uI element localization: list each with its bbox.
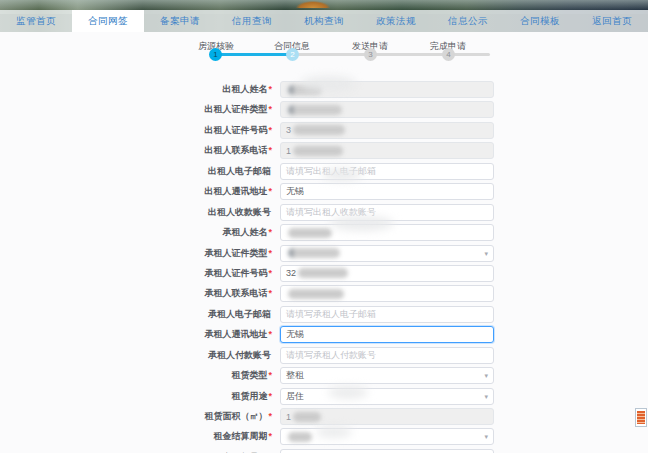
nav-tab-policies[interactable]: 政策法规 <box>360 10 432 32</box>
chevron-down-icon: ▾ <box>484 372 488 379</box>
required-asterisk: * <box>268 125 272 135</box>
contract-info-form: 出租人姓名* 出租人证件类型* 出租人证件号码* 3 出租人联系电话* 1 出租… <box>0 81 648 453</box>
lessor-id-type-input[interactable] <box>280 101 494 118</box>
floating-widget-icon[interactable] <box>635 408 647 427</box>
required-asterisk: * <box>268 248 272 258</box>
form-row: 出租人证件类型* <box>0 101 648 118</box>
tenant-email-input[interactable]: 请填写承租人电子邮箱 <box>280 306 494 323</box>
field-label: 租赁类型* <box>0 369 272 382</box>
field-label: 承租人证件类型* <box>0 247 272 260</box>
field-label: 承租人联系电话* <box>0 287 272 300</box>
field-label: 承租人通讯地址* <box>0 328 272 341</box>
field-label: 出租人姓名* <box>0 83 272 96</box>
rent-settlement-cycle-select[interactable]: ▾ <box>280 428 494 445</box>
lessor-phone-input[interactable]: 1 <box>280 142 494 159</box>
lease-type-select[interactable]: 整租▾ <box>280 367 494 384</box>
form-row: 承租人电子邮箱 请填写承租人电子邮箱 <box>0 306 648 323</box>
form-row: 租赁用途* 居住▾ <box>0 388 648 405</box>
chevron-down-icon: ▾ <box>484 250 488 257</box>
field-label: 承租人付款账号 <box>0 349 272 362</box>
tenant-address-input[interactable]: 无锡 <box>280 326 494 343</box>
step-circle-4: 4 <box>442 48 455 61</box>
floating-widget-stripes <box>637 411 645 424</box>
nav-tab-agency-inquiry[interactable]: 机构查询 <box>288 10 360 32</box>
form-row: 租赁类型* 整租▾ <box>0 367 648 384</box>
field-label: 出租人证件类型* <box>0 103 272 116</box>
nav-tab-public-info[interactable]: 信息公示 <box>432 10 504 32</box>
lessor-name-input[interactable] <box>280 81 494 98</box>
required-asterisk: * <box>268 329 272 339</box>
form-row: 承租人证件号码* 32 <box>0 265 648 282</box>
form-row: 承租人证件类型* ▾ <box>0 245 648 262</box>
redacted-value <box>288 105 342 115</box>
tenant-account-input[interactable]: 请填写承租人付款账号 <box>280 347 494 364</box>
lessor-id-number-input[interactable]: 3 <box>280 122 494 139</box>
rent-monthly-input[interactable] <box>280 449 494 453</box>
required-asterisk: * <box>268 370 272 380</box>
required-asterisk: * <box>268 391 272 401</box>
field-label: 出租人收款账号 <box>0 206 272 219</box>
step-indicator: 房源核验 合同信息 发送申请 完成申请 1 2 3 4 <box>0 36 648 70</box>
nav-tab-contract-online-signing[interactable]: 合同网签 <box>72 10 144 32</box>
step-circle-2: 2 <box>286 48 299 61</box>
redacted-value <box>288 432 312 442</box>
form-row: 出租人收款账号 请填写出租人收款账号 <box>0 204 648 221</box>
field-label: 租金结算周期* <box>0 430 272 443</box>
form-row: 承租人姓名* <box>0 224 648 241</box>
step-connector-active <box>216 53 296 56</box>
tenant-id-number-input[interactable]: 32 <box>280 265 494 282</box>
form-row: 租赁面积（㎡）* 1 <box>0 408 648 425</box>
field-label: 出租人证件号码* <box>0 124 272 137</box>
lease-purpose-select[interactable]: 居住▾ <box>280 388 494 405</box>
required-asterisk: * <box>268 227 272 237</box>
required-asterisk: * <box>268 268 272 278</box>
required-asterisk: * <box>268 411 272 421</box>
required-asterisk: * <box>268 104 272 114</box>
redacted-value <box>293 412 321 422</box>
form-row: 出租人姓名* <box>0 81 648 98</box>
required-asterisk: * <box>268 186 272 196</box>
nav-tab-supervision-home[interactable]: 监管首页 <box>0 10 72 32</box>
field-label: 租赁面积（㎡）* <box>0 410 272 423</box>
field-label: 承租人姓名* <box>0 226 272 239</box>
step-connector-inactive <box>292 53 490 56</box>
required-asterisk: * <box>268 431 272 441</box>
lease-area-input[interactable]: 1 <box>280 408 494 425</box>
lessor-address-input[interactable]: 无锡 <box>280 183 494 200</box>
field-label: 出租人电子邮箱 <box>0 165 272 178</box>
field-label: 租赁用途* <box>0 390 272 403</box>
form-row: 租金（每月）* <box>0 449 648 453</box>
redacted-value <box>288 289 344 299</box>
form-row: 租金结算周期* ▾ <box>0 428 648 445</box>
chevron-down-icon: ▾ <box>484 433 488 440</box>
nav-tab-back-home[interactable]: 返回首页 <box>576 10 648 32</box>
tenant-id-type-select[interactable]: ▾ <box>280 245 494 262</box>
step-circle-3: 3 <box>364 48 377 61</box>
required-asterisk: * <box>268 84 272 94</box>
lessor-email-input[interactable]: 请填写出租人电子邮箱 <box>280 163 494 180</box>
tenant-phone-input[interactable] <box>280 285 494 302</box>
lessor-account-input[interactable]: 请填写出租人收款账号 <box>280 204 494 221</box>
field-label: 承租人证件号码* <box>0 267 272 280</box>
field-label: 承租人电子邮箱 <box>0 308 272 321</box>
redacted-value <box>288 228 332 238</box>
form-row: 承租人联系电话* <box>0 285 648 302</box>
nav-tab-credit-inquiry[interactable]: 信用查询 <box>216 10 288 32</box>
top-navigation: 监管首页 合同网签 备案申请 信用查询 机构查询 政策法规 信息公示 合同模板 … <box>0 10 648 32</box>
redacted-value <box>298 268 348 278</box>
temple-roof-decoration <box>296 1 330 8</box>
step-circle-1: 1 <box>209 48 222 61</box>
form-row: 出租人电子邮箱 请填写出租人电子邮箱 <box>0 163 648 180</box>
form-row: 承租人付款账号 请填写承租人付款账号 <box>0 347 648 364</box>
required-asterisk: * <box>268 288 272 298</box>
nav-tab-filing-application[interactable]: 备案申请 <box>144 10 216 32</box>
required-asterisk: * <box>268 145 272 155</box>
form-row: 出租人证件号码* 3 <box>0 122 648 139</box>
form-row: 出租人联系电话* 1 <box>0 142 648 159</box>
nav-tab-contract-template[interactable]: 合同模板 <box>504 10 576 32</box>
tenant-name-input[interactable] <box>280 224 494 241</box>
form-row: 承租人通讯地址* 无锡 <box>0 326 648 343</box>
redacted-value <box>293 125 345 135</box>
chevron-down-icon: ▾ <box>484 393 488 400</box>
redacted-value <box>288 85 322 95</box>
